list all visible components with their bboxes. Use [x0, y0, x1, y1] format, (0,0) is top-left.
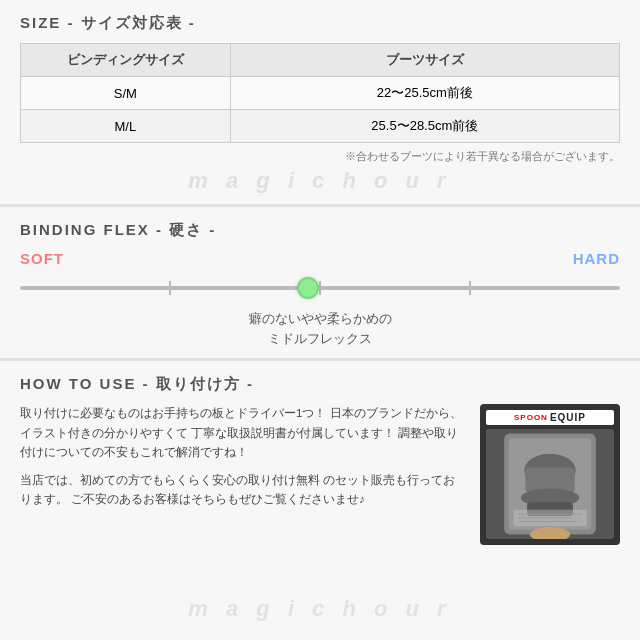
flex-desc-line1: 癖のないやや柔らかめの	[249, 311, 392, 326]
flex-tick-1	[169, 281, 171, 295]
size-table-header-col2: ブーツサイズ	[230, 44, 619, 77]
flex-bar-container	[20, 273, 620, 303]
flex-section: BINDING FLEX - 硬さ - SOFT HARD 癖のないやや柔らかめ…	[0, 207, 640, 361]
size-table-header-col1: ビンディングサイズ	[21, 44, 231, 77]
product-box-label: SPOON EQUIP	[486, 410, 614, 425]
size-note: ※合わせるブーツにより若干異なる場合がございます。	[20, 149, 620, 164]
product-visual	[486, 429, 614, 539]
product-svg	[495, 429, 605, 539]
product-box: SPOON EQUIP	[486, 410, 614, 539]
hard-label: HARD	[573, 250, 620, 267]
how-paragraph-1: 取り付けに必要なものはお手持ちの板とドライバー1つ！ 日本のブランドだから、イラ…	[20, 404, 466, 463]
flex-tick-3	[469, 281, 471, 295]
size-row2-col2: 25.5〜28.5cm前後	[230, 110, 619, 143]
size-row1-col2: 22〜25.5cm前後	[230, 77, 619, 110]
how-image: SPOON EQUIP	[480, 404, 620, 545]
how-text: 取り付けに必要なものはお手持ちの板とドライバー1つ！ 日本のブランドだから、イラ…	[20, 404, 466, 545]
size-section-title: SIZE - サイズ対応表 -	[20, 14, 620, 33]
table-row: M/L 25.5〜28.5cm前後	[21, 110, 620, 143]
page-wrapper: SIZE - サイズ対応表 - ビンディングサイズ ブーツサイズ S/M 22〜…	[0, 0, 640, 640]
how-paragraph-2: 当店では、初めての方でもらくらく安心の取り付け無料 のセット販売も行っております…	[20, 471, 466, 510]
size-table: ビンディングサイズ ブーツサイズ S/M 22〜25.5cm前後 M/L 25.…	[20, 43, 620, 143]
size-watermark: m a g i c h o u r	[20, 168, 620, 194]
size-row2-col1: M/L	[21, 110, 231, 143]
flex-desc-line2: ミドルフレックス	[268, 331, 372, 346]
flex-circle	[297, 277, 319, 299]
flex-description: 癖のないやや柔らかめの ミドルフレックス	[20, 309, 620, 348]
flex-tick-2	[319, 281, 321, 295]
how-section: HOW TO USE - 取り付け方 - 取り付けに必要なものはお手持ちの板とド…	[0, 361, 640, 640]
spoon-label: SPOON	[514, 413, 548, 422]
flex-section-title: BINDING FLEX - 硬さ -	[20, 221, 620, 240]
how-section-title: HOW TO USE - 取り付け方 -	[20, 375, 620, 394]
how-watermark: m a g i c h o u r	[0, 596, 640, 622]
size-row1-col1: S/M	[21, 77, 231, 110]
equip-label: EQUIP	[550, 412, 586, 423]
table-row: S/M 22〜25.5cm前後	[21, 77, 620, 110]
size-section: SIZE - サイズ対応表 - ビンディングサイズ ブーツサイズ S/M 22〜…	[0, 0, 640, 207]
flex-labels: SOFT HARD	[20, 250, 620, 267]
how-content: 取り付けに必要なものはお手持ちの板とドライバー1つ！ 日本のブランドだから、イラ…	[20, 404, 620, 545]
soft-label: SOFT	[20, 250, 64, 267]
